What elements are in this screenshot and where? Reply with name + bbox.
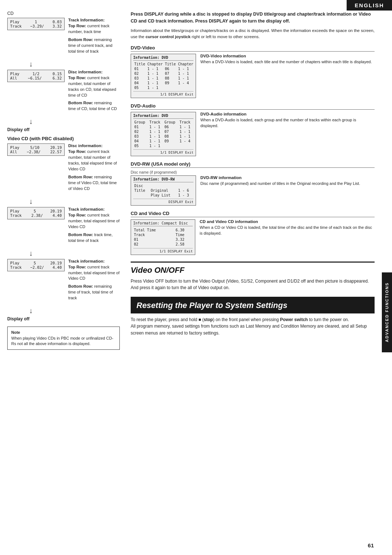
dvd-audio-screen: Information: DVD GroupTrackGroupTrack 01…	[131, 112, 196, 156]
resetting-body: To reset the player, press and hold ■ (s…	[131, 313, 375, 337]
screen3-row1-label: Play	[10, 145, 19, 150]
track-info2-top-row: Top Row: current track number, total ela…	[68, 212, 120, 230]
dvd-video-screen: Information: DVD TitleChapterTitleChapte…	[131, 54, 196, 98]
track-info2-title: Track information:	[68, 207, 120, 211]
advanced-functions-badge: ADVANCED FUNCTIONS	[382, 272, 392, 352]
disc-info-top-row: Top Row: current track number, total num…	[68, 75, 120, 98]
page-number: 61	[368, 542, 374, 548]
arrow4: ↓	[29, 249, 120, 258]
screen1-row1-val2: 0.03	[53, 20, 62, 24]
cd-screen1: Play 1 0.03 Track −3.29/ 3.32	[7, 18, 65, 30]
cd-video-cd-row: Information: Compact Disc Total Time 6.3…	[131, 219, 375, 255]
screen4-row1-val2: 20.19	[50, 209, 62, 213]
dvd-video-section: DVD-Video Information: DVD TitleChapterT…	[131, 45, 375, 98]
screen3-row2-val1: −2.38/	[27, 150, 41, 154]
note-label: Note	[11, 330, 20, 335]
dvd-audio-section: DVD-Audio Information: DVD GroupTrackGro…	[131, 103, 375, 156]
cd-screen2: Play 1/2 0.15 All −6.15/ 6.32	[7, 70, 65, 82]
top-bold-text: Press DISPLAY during while a disc is sto…	[131, 11, 375, 25]
screen4-row2-val1: 2.38/	[31, 213, 43, 218]
disc-info-1: Disc information: Top Row: current track…	[68, 70, 120, 114]
screen5-row2-label: Track	[10, 265, 22, 270]
dvd-audio-screen-footer: 1/1 DISPLAY Exit	[133, 149, 193, 154]
resetting-title: Resetting the Player to System Settings	[136, 300, 369, 311]
track-info-2: Track information: Top Row: current trac…	[68, 207, 120, 246]
dvd-rw-info: DVD-RW information Disc name (if program…	[200, 175, 375, 187]
track-info3-bottom-row: Bottom Row: remaining time of track, tot…	[68, 284, 120, 301]
track-info3-title: Track information:	[68, 259, 120, 263]
cd-screen4-section: Play 5 20.19 Track 2.38/ 4.40 Track info…	[7, 207, 120, 246]
cd-screen2-section: Play 1/2 0.15 All −6.15/ 6.32 Disc infor…	[7, 70, 120, 114]
screen5-row1-val1: 5	[34, 261, 36, 265]
screen1-row2-val2: 3.32	[53, 24, 62, 28]
track-info-top-row: Top Row: current track number, track tim…	[68, 23, 120, 35]
video-cd-title: Video CD (with PBC disabled)	[7, 136, 120, 141]
dvd-rw-screen-footer: DISPLAY Exit	[133, 199, 193, 204]
dvd-audio-row: Information: DVD GroupTrackGroupTrack 01…	[131, 112, 375, 156]
screen2-row2-val1: −6.15/	[28, 76, 42, 80]
dvd-rw-info-text: Disc name (if programmed) and number of …	[200, 181, 375, 187]
screen4-row2-label: Track	[10, 213, 22, 218]
dvd-rw-table: Disc TitleOriginal1 - 6 Play List1 - 3	[133, 183, 193, 198]
arrow5: ↓	[29, 306, 120, 315]
screen2-row2-label: All	[10, 76, 17, 80]
disc-info2-title: Disc information:	[68, 143, 120, 148]
disc-info-title: Disc information:	[68, 70, 120, 74]
compact-disc-screen: Information: Compact Disc Total Time 6.3…	[131, 219, 195, 255]
disc-info-2: Disc information: Top Row: current track…	[68, 143, 120, 194]
dvd-rw-screen: Information: DVD-RW Disc TitleOriginal1 …	[131, 175, 196, 206]
display-off-2: Display off	[7, 316, 120, 321]
dvd-audio-title: DVD-Audio	[131, 103, 375, 110]
resetting-header: Resetting the Player to System Settings	[131, 297, 375, 313]
video-onoff-section: Video ON/OFF Press Video OFF button to t…	[131, 262, 375, 291]
arrow2: ↓	[29, 117, 120, 126]
disc-info-bottom-row: Bottom Row: remaining time of CD, total …	[68, 100, 120, 112]
compact-disc-screen-header: Information: Compact Disc	[133, 221, 193, 226]
dvd-video-screen-footer: 1/1 DISPLAY Exit	[133, 91, 193, 96]
cd-label: CD	[7, 11, 120, 16]
screen2-row1-val2: 0.15	[53, 72, 62, 76]
screen3-row1-val1: 5/10	[30, 145, 39, 150]
screen5-row2-val2: 4.40	[53, 265, 62, 270]
cd-screen3: Play 5/10 20.19 All −2.38/ 22.57	[7, 143, 65, 156]
english-badge: ENGLISH	[347, 0, 392, 11]
left-column: CD Play 1 0.03 Track −3.29/ 3.32 Track I…	[7, 11, 127, 350]
screen3-row2-label: All	[10, 150, 17, 154]
note-box: Note When playing Video CDs in PBC mode …	[7, 327, 120, 350]
track-info2-bottom-row: Bottom Row: track time, total time of tr…	[68, 232, 120, 244]
dvd-rw-title: DVD-RW (USA model only)	[131, 161, 375, 168]
dvd-rw-screen-header: Information: DVD-RW	[133, 177, 193, 182]
dvd-audio-info-title: DVD-Audio information	[200, 112, 375, 116]
screen3-row1-val2: 20.19	[50, 145, 62, 150]
resetting-section: Resetting the Player to System Settings …	[131, 297, 375, 336]
cd-screen1-section: Play 1 0.03 Track −3.29/ 3.32 Track Info…	[7, 18, 120, 57]
cd-screen3-section: Play 5/10 20.19 All −2.38/ 22.57 Disc in…	[7, 143, 120, 194]
cd-video-cd-section: CD and Video CD Information: Compact Dis…	[131, 211, 375, 255]
dvd-video-info-title: DVD-Video information	[200, 54, 375, 58]
compact-disc-screen-footer: 1/1 DISPLAY Exit	[133, 248, 193, 253]
track-info-1: Track Information: Top Row: current trac…	[68, 18, 120, 57]
disc-info2-top-row: Top Row: current track number, total num…	[68, 149, 120, 172]
track-info3-top-row: Top Row: current track number, total ela…	[68, 264, 120, 282]
track-info-3: Track information: Top Row: current trac…	[68, 259, 120, 304]
cd-video-cd-title: CD and Video CD	[131, 211, 375, 217]
cd-video-cd-info: CD and Video CD information When a CD or…	[200, 219, 375, 236]
cd-screen5-section: Play 5 20.19 Track −2.02/ 4.40 Track inf…	[7, 259, 120, 304]
top-normal-text: Information about the titles/groups or c…	[131, 28, 375, 40]
display-off-1: Display off	[7, 127, 120, 132]
compact-disc-table: Total Time 6.30 Track Time 01 3.32 02	[133, 227, 193, 247]
screen5-row1-val2: 20.19	[50, 261, 62, 265]
screen4-row1-val1: 5	[34, 209, 36, 213]
dvd-video-row: Information: DVD TitleChapterTitleChapte…	[131, 54, 375, 98]
arrow1: ↓	[29, 60, 120, 68]
dvd-audio-table: GroupTrackGroupTrack 011 - 1061 - 1 021 …	[133, 120, 193, 148]
right-column: Press DISPLAY during while a disc is sto…	[127, 11, 375, 350]
screen1-row1-label: Play	[10, 20, 19, 24]
dvd-rw-section: DVD-RW (USA model only) Disc name (if pr…	[131, 161, 375, 206]
screen1-row1-val1: 1	[35, 20, 37, 24]
cd-video-cd-info-title: CD and Video CD information	[200, 219, 375, 224]
screen5-row1-label: Play	[10, 261, 19, 265]
screen2-row1-label: Play	[10, 72, 19, 76]
screen1-row2-val1: −3.29/	[30, 24, 44, 28]
screen1-row2-label: Track	[10, 24, 22, 28]
